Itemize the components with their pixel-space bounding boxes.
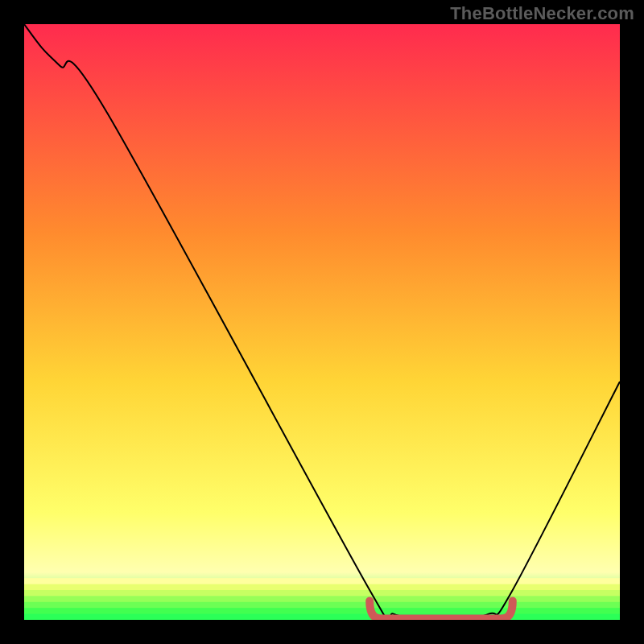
svg-rect-5: [24, 608, 620, 614]
svg-rect-4: [24, 602, 620, 609]
svg-rect-2: [24, 590, 620, 597]
gradient-background: [24, 24, 620, 620]
bottom-banding: [24, 578, 620, 620]
plot-area: [24, 24, 620, 620]
gradient-curve-chart: [24, 24, 620, 620]
watermark-text: TheBottleNecker.com: [450, 3, 634, 24]
svg-rect-0: [24, 578, 620, 584]
svg-rect-3: [24, 596, 620, 602]
chart-frame: TheBottleNecker.com: [0, 0, 644, 644]
svg-rect-6: [24, 614, 620, 620]
svg-rect-1: [24, 584, 620, 591]
